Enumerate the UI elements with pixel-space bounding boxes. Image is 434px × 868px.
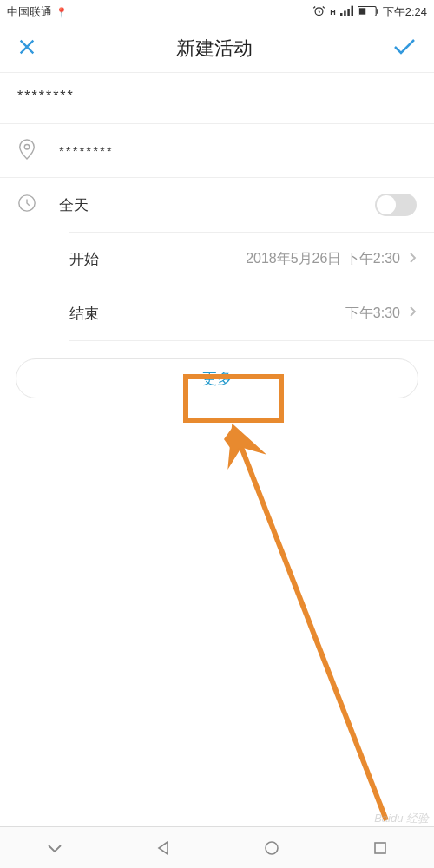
svg-line-10 bbox=[240, 443, 386, 820]
svg-rect-2 bbox=[344, 11, 346, 16]
end-label: 结束 bbox=[69, 304, 122, 324]
svg-rect-3 bbox=[347, 9, 350, 16]
event-title-input[interactable]: ******** bbox=[0, 73, 434, 124]
svg-rect-1 bbox=[340, 13, 343, 16]
system-nav-bar bbox=[0, 826, 434, 868]
svg-marker-11 bbox=[224, 427, 252, 451]
svg-rect-13 bbox=[375, 843, 385, 853]
nav-recent-icon[interactable] bbox=[363, 831, 398, 865]
allday-label: 全天 bbox=[59, 195, 89, 215]
network-h-icon: H bbox=[330, 8, 336, 16]
location-pin-icon: 📍 bbox=[56, 7, 68, 18]
allday-row: 全天 bbox=[0, 178, 434, 232]
battery-icon bbox=[358, 6, 378, 19]
svg-rect-4 bbox=[351, 6, 353, 16]
nav-home-icon[interactable] bbox=[254, 831, 289, 865]
confirm-button[interactable] bbox=[392, 35, 417, 62]
close-button[interactable] bbox=[17, 35, 36, 62]
alarm-icon bbox=[312, 4, 326, 20]
location-row[interactable]: ******** bbox=[0, 124, 434, 178]
clock-icon bbox=[17, 194, 36, 216]
svg-point-12 bbox=[266, 842, 278, 854]
svg-rect-6 bbox=[359, 8, 365, 14]
carrier-label: 中国联通 bbox=[7, 4, 52, 20]
end-value: 下午3:30 bbox=[122, 305, 409, 323]
chevron-right-icon bbox=[409, 306, 417, 321]
page-title: 新建活动 bbox=[176, 36, 253, 62]
start-value: 2018年5月26日 下午2:30 bbox=[122, 250, 409, 268]
end-time-row[interactable]: 结束 下午3:30 bbox=[0, 286, 434, 340]
allday-toggle[interactable] bbox=[375, 194, 417, 216]
start-time-row[interactable]: 开始 2018年5月26日 下午2:30 bbox=[0, 233, 434, 286]
svg-rect-7 bbox=[377, 9, 378, 14]
location-value: ******** bbox=[59, 143, 114, 158]
nav-back-icon[interactable] bbox=[146, 831, 181, 865]
status-bar: 中国联通 📍 H 下午2:24 bbox=[0, 0, 434, 24]
chevron-right-icon bbox=[409, 252, 417, 267]
header: 新建活动 bbox=[0, 24, 434, 73]
status-time: 下午2:24 bbox=[383, 4, 427, 20]
svg-point-8 bbox=[24, 144, 30, 149]
location-icon bbox=[17, 138, 36, 164]
signal-icon bbox=[340, 5, 353, 19]
start-label: 开始 bbox=[69, 249, 122, 269]
more-button[interactable]: 更多 bbox=[16, 358, 418, 398]
watermark: Baidu 经验 bbox=[374, 811, 429, 826]
nav-hide-keyboard-icon[interactable] bbox=[37, 831, 72, 865]
